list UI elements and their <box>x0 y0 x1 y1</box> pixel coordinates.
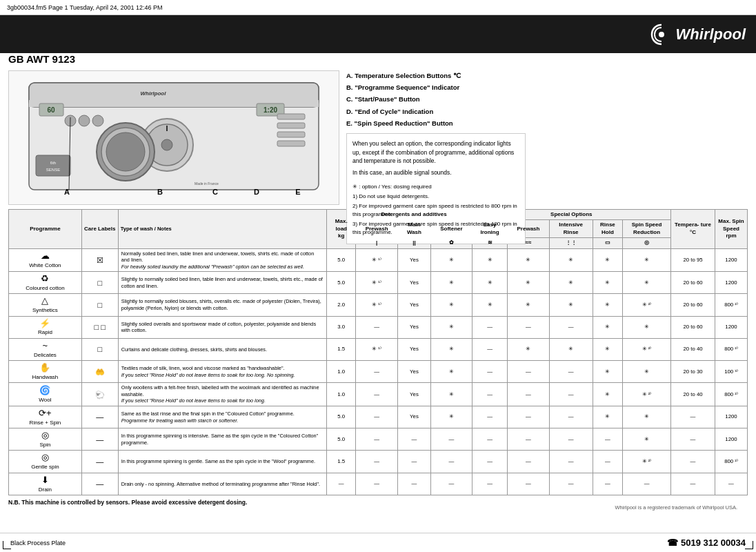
th-rinse-symbol: ▭ <box>593 238 623 248</box>
cell-temp: 20 to 95 <box>670 248 715 271</box>
svg-point-25 <box>106 132 145 171</box>
cell-load: 2.0 <box>327 294 356 316</box>
cell-rinse: ✳ <box>593 316 623 338</box>
cell-softener: — <box>431 473 472 495</box>
svg-point-11 <box>161 139 172 150</box>
table-section: Programme Care Labels Type of wash / Not… <box>8 209 748 495</box>
header-bar: Whirlpool <box>0 15 756 53</box>
cell-spinred: ✳ ²⁾ <box>623 338 671 360</box>
cell-prewash: ✳ ¹⁾ <box>356 338 397 360</box>
cell-load: 5.0 <box>327 248 356 271</box>
cell-prewash: — <box>356 428 397 451</box>
svg-rect-19 <box>277 114 305 119</box>
th-programme: Programme <box>9 210 82 249</box>
cell-notes: Drain only - no spinning. Alternative me… <box>118 473 326 495</box>
cell-programme: ♻ Coloured cotton <box>9 272 82 294</box>
cell-maxspin: 800 ²⁾ <box>715 338 748 360</box>
cell-temp: 20 to 60 <box>670 272 715 294</box>
cell-spinred: ✳ <box>623 361 671 383</box>
table-row: 🌀 Wool 🐑Only woollens with a felt-free f… <box>9 383 748 406</box>
cell-easy: ✳ <box>472 272 508 294</box>
th-temperature: Tempera- ture°C <box>670 210 715 249</box>
cell-easy: — <box>472 338 508 360</box>
svg-text:B: B <box>157 188 163 196</box>
cell-easy: — <box>472 428 508 451</box>
table-row: ⬇ Drain —Drain only - no spinning. Alter… <box>9 473 748 495</box>
cell-prewash: ✳ ¹⁾ <box>356 248 397 271</box>
cell-temp: 20 to 40 <box>670 338 715 360</box>
cell-prewash2: — <box>508 406 549 428</box>
cell-easy: — <box>472 406 508 428</box>
cell-temp: — <box>670 428 715 451</box>
svg-text:C: C <box>212 188 218 196</box>
cell-intensive: — <box>549 406 593 428</box>
cell-load: 1.0 <box>327 361 356 383</box>
cell-programme: 🌀 Wool <box>9 383 82 406</box>
table-row: ⚡ Rapid □ □Slightly soiled overalls and … <box>9 316 748 338</box>
cell-rinse: ✳ <box>593 361 623 383</box>
bottom-label: Black Process Plate <box>10 540 66 546</box>
cell-rinse: — <box>593 451 623 473</box>
svg-point-15 <box>92 115 103 126</box>
cell-load: — <box>327 473 356 495</box>
info-text2: In this case, an audible signal sounds. <box>352 168 519 177</box>
label-a: A. Temperature Selection Buttons ℃ <box>346 70 748 81</box>
file-info-text: 3gb00034.fm5 Page 1 Tuesday, April 24, 2… <box>7 4 163 11</box>
cell-care: 🤲 <box>81 361 118 383</box>
brand-logo: Whirlpool <box>650 23 746 46</box>
cell-prewash: — <box>356 451 397 473</box>
cell-prewash: — <box>356 473 397 495</box>
cell-care: — <box>81 428 118 451</box>
cell-maxspin: 100 ³⁾ <box>715 361 748 383</box>
cell-rinse: ✳ <box>593 248 623 271</box>
cell-prewash2: — <box>508 428 549 451</box>
cell-intensive: — <box>549 428 593 451</box>
table-row: ~ Delicates □Curtains and delicate cloth… <box>9 338 748 360</box>
cell-intensive: — <box>549 383 593 406</box>
cell-prewash2: — <box>508 361 549 383</box>
cell-load: 5.0 <box>327 406 356 428</box>
cell-maxspin: 1200 <box>715 248 748 271</box>
cell-softener: ✳ <box>431 248 472 271</box>
cell-mainwash: Yes <box>397 361 430 383</box>
cell-notes: Normally soiled bed linen, table linen a… <box>118 248 326 271</box>
cell-prewash2: — <box>508 473 549 495</box>
cell-notes: Slightly soiled overalls and sportswear … <box>118 316 326 338</box>
machine-diagram: Whirlpool 60 1:20 <box>8 70 339 205</box>
table-row: ✋ Handwash 🤲Textiles made of silk, linen… <box>9 361 748 383</box>
cell-maxspin: — <box>715 473 748 495</box>
cell-softener: ✳ <box>431 361 472 383</box>
cell-easy: — <box>472 316 508 338</box>
label-e: E. "Spin Speed Reduction" Button <box>346 118 748 128</box>
cell-temp: — <box>670 473 715 495</box>
cell-softener: ✳ <box>431 383 472 406</box>
cell-notes: In this programme spinning is gentle. Sa… <box>118 451 326 473</box>
cell-care: □ <box>81 272 118 294</box>
th-intensive-rinse: Intensive Rinse <box>549 220 593 238</box>
cell-notes: Slightly to normally soiled bed linen, t… <box>118 272 326 294</box>
registration-line: Whirlpool is a registered trademark of W… <box>615 504 737 511</box>
cell-spinred: ✳ <box>623 428 671 451</box>
main-content: GB AWT 9123 Whirlpool 60 1:20 <box>8 53 748 531</box>
svg-rect-21 <box>277 132 305 137</box>
programme-table: Programme Care Labels Type of wash / Not… <box>8 209 748 495</box>
cell-spinred: ✳ ²⁾ <box>623 383 671 406</box>
cell-prewash2: ✳ <box>508 272 549 294</box>
labels-section: A. Temperature Selection Buttons ℃ B. "P… <box>346 70 748 130</box>
th-spin-symbol: ◎ <box>623 238 671 248</box>
svg-text:6th: 6th <box>50 161 56 165</box>
cell-mainwash: — <box>397 451 430 473</box>
cell-mainwash: Yes <box>397 248 430 271</box>
machine-svg: Whirlpool 60 1:20 <box>15 76 332 200</box>
svg-text:E: E <box>295 188 300 196</box>
table-row: ◎ Spin —In this programme spinning is in… <box>9 428 748 451</box>
cell-spinred: ✳ <box>623 316 671 338</box>
cell-care: □ <box>81 294 118 316</box>
cell-care: ☒ <box>81 248 118 271</box>
cell-notes: Slightly to normally soiled blouses, shi… <box>118 294 326 316</box>
cell-softener: ✳ <box>431 272 472 294</box>
labels-and-info: A. Temperature Selection Buttons ℃ B. "P… <box>346 70 748 205</box>
cell-maxspin: 1200 <box>715 428 748 451</box>
cell-intensive: — <box>549 451 593 473</box>
cell-prewash2: — <box>508 451 549 473</box>
